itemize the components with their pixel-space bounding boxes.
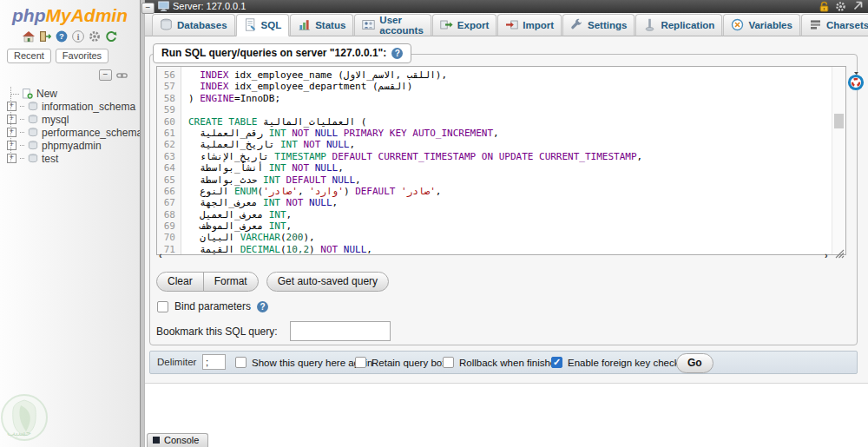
code-line-57[interactable]: 57 INDEX idx_employee_department (القسم) [157, 81, 832, 92]
checkbox[interactable] [443, 357, 454, 368]
code-text: النوع ENUM('صادر', 'وارد') DEFAULT 'صادر… [181, 186, 441, 197]
tab-charsets[interactable]: Charsets [801, 14, 868, 36]
resize-grip-icon[interactable] [835, 249, 845, 259]
tree-item-test[interactable]: +test [0, 152, 140, 165]
logout-icon[interactable] [39, 30, 51, 43]
collapse-all-button[interactable]: − [99, 69, 112, 81]
database-tree: New+information_schema+mysql+performance… [0, 87, 140, 165]
settings-icon[interactable] [89, 30, 101, 43]
results-area [145, 383, 868, 447]
bookmark-label: Bookmark this SQL query: [156, 325, 278, 338]
tree-item-new[interactable]: New [0, 87, 140, 100]
code-line-59[interactable]: 59 [157, 104, 832, 115]
bind-parameters-checkbox[interactable] [157, 301, 168, 312]
line-number: 56 [157, 69, 181, 81]
code-text: القيمة DECIMAL(10,2) NOT NULL, [181, 244, 372, 255]
code-line-68[interactable]: 68 معرف_العميل INT, [157, 209, 832, 220]
tree-item-mysql[interactable]: +mysql [0, 113, 140, 126]
line-number: 61 [157, 128, 181, 139]
variables-icon [731, 18, 744, 31]
link-icon[interactable] [116, 71, 128, 80]
scrollbar-thumb[interactable] [834, 114, 844, 128]
user-accounts-icon [362, 18, 375, 31]
code-line-71[interactable]: 71 القيمة DECIMAL(10,2) NOT NULL, [157, 244, 832, 255]
code-line-63[interactable]: 63 تاريخ_الإنشاء TIMESTAMP DEFAULT CURRE… [157, 151, 832, 162]
docs-icon[interactable]: i [72, 30, 84, 43]
tree-branch-line [20, 106, 24, 107]
code-line-67[interactable]: 67 معرف_الجهة INT NOT NULL, [157, 197, 832, 208]
line-number: 65 [157, 174, 181, 186]
help-icon[interactable]: ? [257, 301, 268, 312]
scroll-left-arrow[interactable]: ‹ [159, 250, 162, 260]
recent-button[interactable]: Recent [7, 49, 51, 63]
charsets-icon [809, 18, 822, 31]
help-icon[interactable]: ? [56, 30, 68, 43]
option-show-this-query-here-again: Show this query here again [235, 357, 372, 368]
sql-code-editor[interactable]: 56 INDEX idx_employee_name (الاسم_الاول,… [156, 66, 846, 255]
code-line-70[interactable]: 70 البيان VARCHAR(200), [157, 232, 832, 243]
tab-import[interactable]: Import [497, 14, 562, 36]
home-icon[interactable] [23, 30, 35, 43]
tree-item-information_schema[interactable]: +information_schema [0, 100, 140, 113]
tab-variables[interactable]: Variables [723, 14, 800, 36]
checkbox-label: Rollback when finished [459, 358, 562, 368]
tree-expander-icon[interactable]: + [7, 102, 16, 111]
code-line-65[interactable]: 65 حدث_بواسطة INT DEFAULT NULL, [157, 174, 832, 186]
panel-collapse-button[interactable]: − [141, 3, 155, 14]
code-text: تاريخ_العملية INT NOT NULL, [181, 139, 355, 150]
bookmark-input[interactable] [290, 321, 391, 341]
refresh-icon[interactable] [105, 30, 117, 43]
code-text: البيان VARCHAR(200), [181, 232, 315, 243]
tab-label: Replication [661, 20, 714, 30]
gear-icon[interactable] [835, 1, 846, 12]
get-autosaved-query-button[interactable]: Get auto-saved query [266, 272, 389, 292]
tab-label: Settings [588, 20, 627, 30]
databases-icon [160, 18, 173, 31]
scroll-right-arrow[interactable]: › [825, 250, 828, 260]
phpmyadmin-logo[interactable]: phpMyAdmin [0, 5, 140, 26]
console-button[interactable]: Console [147, 433, 208, 447]
tab-status[interactable]: Status [290, 14, 353, 36]
code-line-66[interactable]: 66 النوع ENUM('صادر', 'وارد') DEFAULT 'ص… [157, 186, 832, 197]
tree-expander-icon[interactable]: + [7, 128, 16, 137]
tab-export[interactable]: Export [432, 14, 496, 36]
go-button[interactable]: Go [676, 353, 713, 373]
status-icon [298, 18, 311, 31]
code-text: معرف_الجهة INT NOT NULL, [181, 197, 338, 208]
checkbox[interactable] [551, 357, 562, 368]
tree-expander-icon[interactable]: + [7, 141, 16, 150]
tab-sql[interactable]: SQL [236, 14, 290, 36]
tab-user-accounts[interactable]: User accounts [354, 14, 431, 36]
tree-item-phpmyadmin[interactable]: +phpmyadmin [0, 139, 140, 152]
editor-vertical-scrollbar[interactable] [832, 67, 845, 254]
format-button[interactable]: Format [203, 272, 259, 292]
code-line-58[interactable]: 58) ENGINE=InnoDB; [157, 93, 832, 104]
code-line-60[interactable]: 60CREATE TABLE العمليات_المالية ( [157, 116, 832, 128]
tree-expander-icon[interactable]: + [7, 154, 16, 163]
tree-branch-line [20, 158, 24, 159]
lock-icon[interactable] [819, 1, 830, 12]
tree-item-label: information_schema [42, 101, 135, 113]
option-rollback-when-finished: Rollback when finished [443, 357, 562, 368]
tab-databases[interactable]: Databases [152, 14, 235, 36]
code-line-61[interactable]: 61 رقم_العملية INT NOT NULL PRIMARY KEY … [157, 128, 832, 139]
clear-button[interactable]: Clear [156, 272, 204, 292]
checkbox[interactable] [235, 357, 247, 368]
code-line-62[interactable]: 62 تاريخ_العملية INT NOT NULL, [157, 139, 832, 150]
tree-branch-line [10, 87, 19, 95]
code-line-64[interactable]: 64 أنشأ_بواسطة INT NOT NULL, [157, 162, 832, 174]
tree-expander-icon[interactable]: + [7, 115, 16, 124]
favorites-button[interactable]: Favorites [56, 49, 108, 63]
help-icon[interactable]: ? [391, 48, 403, 59]
code-text: معرف_العميل INT, [181, 209, 292, 220]
delimiter-input[interactable] [202, 354, 226, 370]
code-text: تاريخ_الإنشاء TIMESTAMP DEFAULT CURRENT_… [181, 151, 642, 162]
code-line-69[interactable]: 69 معرف_الموظف INT, [157, 220, 832, 232]
tree-item-performance_schema[interactable]: +performance_schema [0, 126, 140, 139]
tab-settings[interactable]: Settings [562, 14, 635, 36]
checkbox[interactable] [355, 357, 366, 368]
code-line-56[interactable]: 56 INDEX idx_employee_name (الاسم_الاول,… [157, 69, 832, 81]
tab-replication[interactable]: Replication [635, 14, 722, 36]
watermark-logo: حسيب [0, 393, 56, 447]
collapse-corner-icon[interactable] [852, 1, 863, 12]
